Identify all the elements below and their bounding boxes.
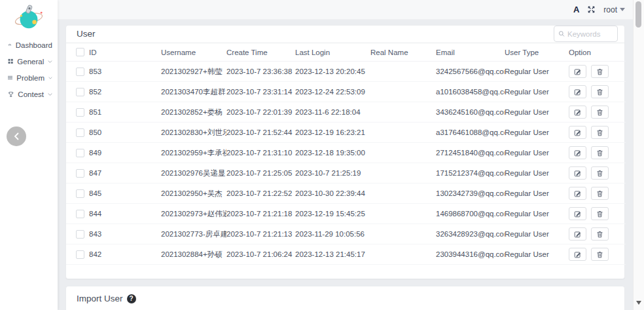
help-icon[interactable]: ?: [127, 294, 136, 303]
column-header: Real Name: [370, 43, 436, 62]
edit-user-button[interactable]: [569, 65, 586, 78]
edit-icon: [574, 68, 581, 75]
delete-user-button[interactable]: [591, 85, 609, 98]
cell-username: 2021302830+刘世乐: [161, 123, 226, 143]
delete-user-button[interactable]: [591, 146, 609, 159]
fullscreen-icon[interactable]: [588, 6, 595, 13]
sidebar-item-problem[interactable]: Problem: [0, 69, 58, 86]
row-checkbox[interactable]: [76, 128, 84, 137]
row-checkbox[interactable]: [76, 230, 84, 239]
page-item[interactable]: [543, 270, 558, 273]
cell-last-login: 2023-12-19 15:45:25: [295, 204, 370, 224]
page-item[interactable]: [572, 270, 586, 273]
cell-user-type: Regular User: [505, 224, 569, 244]
import-user-header: Import User ?: [66, 286, 624, 307]
delete-user-button[interactable]: [591, 106, 609, 119]
list-icon: [8, 74, 12, 81]
page-item[interactable]: [486, 270, 500, 273]
cell-id: 853: [89, 62, 161, 82]
import-user-panel: Import User ? Choose File: [65, 286, 625, 310]
edit-icon: [574, 170, 581, 177]
edit-user-button[interactable]: [569, 248, 586, 261]
edit-user-button[interactable]: [569, 207, 586, 220]
page-item[interactable]: [529, 270, 543, 273]
page-item[interactable]: [601, 270, 615, 273]
scrollbar-down-arrow-icon[interactable]: [636, 301, 641, 307]
row-checkbox[interactable]: [76, 88, 84, 96]
cell-email: a1016038458@qq.com: [436, 82, 505, 102]
row-checkbox[interactable]: [76, 108, 84, 117]
sidebar-item-general[interactable]: General: [0, 53, 58, 69]
sidebar-item-dashboard[interactable]: Dashboard: [0, 37, 58, 53]
cell-email: 3242567566@qq.com: [436, 62, 505, 82]
planet-rocket-logo-icon: [14, 2, 44, 32]
user-panel-header: User: [66, 26, 624, 43]
table-row: 849 2021302959+李承祺 2023-10-7 21:31:10 20…: [66, 143, 626, 163]
cell-username: 2021302976吴递显: [161, 163, 226, 184]
edit-user-button[interactable]: [569, 106, 586, 119]
search-box[interactable]: [554, 26, 618, 42]
cell-last-login: 2023-12-13 20:20:45: [295, 62, 370, 82]
delete-user-button[interactable]: [591, 207, 609, 220]
column-header: Username: [161, 43, 226, 62]
cell-username: 2021302973+赵伟通: [161, 204, 226, 224]
cell-real-name: [370, 82, 436, 102]
grid-icon: [8, 58, 13, 65]
row-checkbox[interactable]: [76, 149, 84, 157]
search-input[interactable]: [567, 30, 613, 38]
cell-id: 845: [89, 184, 161, 204]
trash-icon: [596, 88, 603, 96]
topbar: A root: [58, 0, 633, 20]
row-checkbox[interactable]: [76, 68, 84, 76]
cell-real-name: [370, 204, 436, 224]
sidebar-collapse-button[interactable]: [7, 126, 26, 146]
cell-real-name: [370, 143, 436, 163]
cell-user-type: Regular User: [505, 244, 569, 265]
page-item[interactable]: [558, 270, 572, 273]
cell-email: 1469868700@qq.com: [436, 204, 505, 224]
cell-username: 2021303470李超群: [161, 82, 226, 102]
delete-user-button[interactable]: [591, 126, 609, 139]
delete-user-button[interactable]: [591, 248, 609, 261]
edit-user-button[interactable]: [569, 227, 586, 241]
trash-icon: [596, 129, 603, 136]
cell-user-type: Regular User: [505, 143, 569, 163]
edit-icon: [574, 109, 581, 116]
sidebar-item-contest[interactable]: Contest: [0, 86, 58, 102]
edit-user-button[interactable]: [569, 85, 586, 98]
page-item[interactable]: [586, 270, 601, 273]
user-table: IDUsernameCreate TimeLast LoginReal Name…: [66, 43, 626, 265]
edit-user-button[interactable]: [569, 166, 586, 180]
row-checkbox[interactable]: [76, 169, 84, 178]
page-item[interactable]: [514, 270, 529, 273]
edit-icon: [574, 210, 581, 218]
delete-user-button[interactable]: [591, 227, 609, 241]
language-toggle-icon[interactable]: A: [573, 5, 579, 14]
page-item[interactable]: [500, 270, 514, 273]
page-item[interactable]: [457, 270, 471, 273]
delete-user-button[interactable]: [591, 65, 609, 78]
delete-user-button[interactable]: [591, 187, 609, 200]
delete-user-button[interactable]: [591, 166, 609, 180]
cell-create-time: 2023-10-7 21:25:05: [226, 163, 295, 184]
column-header: Create Time: [226, 43, 295, 62]
cell-id: 844: [89, 204, 161, 224]
cell-username: 2021302884+孙硕: [161, 244, 226, 265]
cell-real-name: [370, 102, 436, 123]
trash-icon: [596, 231, 603, 238]
user-menu[interactable]: root: [603, 5, 625, 14]
main-content: User IDUsernameCreate TimeLast LoginReal…: [58, 20, 633, 310]
page-item[interactable]: [471, 270, 486, 273]
edit-user-button[interactable]: [569, 146, 586, 159]
edit-user-button[interactable]: [569, 187, 586, 200]
sidebar: Dashboard General Problem: [0, 0, 58, 310]
table-row: 845 2021302950+吴杰 2023-10-7 21:22:52 202…: [66, 184, 626, 204]
edit-user-button[interactable]: [569, 126, 586, 139]
row-checkbox[interactable]: [76, 250, 84, 259]
app-logo[interactable]: [0, 0, 58, 34]
row-checkbox[interactable]: [76, 210, 84, 218]
scrollbar-thumb[interactable]: [635, 1, 641, 28]
cell-email: 3263428923@qq.com: [436, 224, 505, 244]
select-all-checkbox[interactable]: [76, 48, 84, 56]
row-checkbox[interactable]: [76, 189, 84, 198]
